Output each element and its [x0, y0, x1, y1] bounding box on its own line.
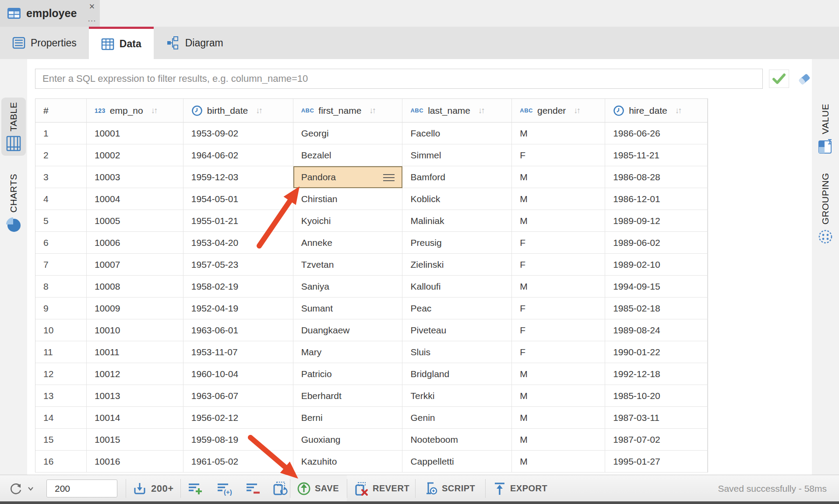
- column-header-hire_date[interactable]: hire_date↓↑: [605, 99, 708, 122]
- tab-overflow-icon[interactable]: …: [86, 15, 98, 24]
- data-cell[interactable]: M: [512, 385, 605, 407]
- script-button[interactable]: SCRIPT: [423, 475, 475, 502]
- row-number-cell[interactable]: 7: [35, 254, 87, 276]
- data-cell[interactable]: M: [512, 429, 605, 451]
- data-cell[interactable]: Piveteau: [402, 319, 512, 341]
- revert-button[interactable]: REVERT: [354, 475, 409, 502]
- data-cell[interactable]: Zielinski: [402, 254, 512, 276]
- data-cell[interactable]: 10016: [87, 451, 183, 472]
- apply-filter-button[interactable]: [769, 70, 789, 88]
- data-cell[interactable]: 10009: [87, 298, 183, 319]
- data-cell[interactable]: Chirstian: [293, 188, 403, 210]
- column-header-gender[interactable]: ABCgender↓↑: [512, 99, 605, 122]
- data-cell[interactable]: Georgi: [293, 122, 403, 144]
- refresh-button[interactable]: [9, 475, 34, 502]
- column-header-last_name[interactable]: ABClast_name↓↑: [402, 99, 512, 122]
- sort-toggle-icon[interactable]: ↓↑: [478, 106, 484, 116]
- data-cell[interactable]: Preusig: [402, 232, 512, 254]
- row-number-cell[interactable]: 11: [35, 341, 87, 363]
- data-cell[interactable]: 10003: [87, 166, 183, 188]
- data-cell[interactable]: Patricio: [293, 363, 403, 385]
- data-cell[interactable]: Kazuhito: [293, 451, 403, 472]
- data-cell[interactable]: 1957-05-23: [183, 254, 293, 276]
- data-cell[interactable]: 1954-05-01: [183, 188, 293, 210]
- row-number-cell[interactable]: 8: [35, 276, 87, 298]
- data-cell[interactable]: F: [512, 144, 605, 166]
- row-number-cell[interactable]: 16: [35, 451, 87, 472]
- duplicate-row-button[interactable]: (+): [216, 475, 234, 502]
- row-number-cell[interactable]: 12: [35, 363, 87, 385]
- sort-toggle-icon[interactable]: ↓↑: [256, 106, 261, 116]
- data-cell[interactable]: 1989-08-24: [605, 319, 708, 341]
- row-number-cell[interactable]: 9: [35, 298, 87, 319]
- data-cell[interactable]: 1960-10-04: [183, 363, 293, 385]
- data-cell[interactable]: 10015: [87, 429, 183, 451]
- data-cell[interactable]: 1986-12-01: [605, 188, 708, 210]
- data-cell[interactable]: 1986-08-28: [605, 166, 708, 188]
- data-cell[interactable]: 10010: [87, 319, 183, 341]
- data-cell[interactable]: F: [512, 341, 605, 363]
- row-number-cell[interactable]: 13: [35, 385, 87, 407]
- data-cell[interactable]: Bezalel: [293, 144, 403, 166]
- data-cell[interactable]: 1987-07-02: [605, 429, 708, 451]
- selected-edited-cell[interactable]: Pandora: [293, 166, 403, 188]
- column-header-birth_date[interactable]: birth_date↓↑: [183, 99, 293, 122]
- data-cell[interactable]: Maliniak: [402, 210, 512, 232]
- data-cell[interactable]: 10007: [87, 254, 183, 276]
- data-cell[interactable]: M: [512, 188, 605, 210]
- data-cell[interactable]: Eberhardt: [293, 385, 403, 407]
- data-cell[interactable]: F: [512, 298, 605, 319]
- data-cell[interactable]: 1985-11-21: [605, 144, 708, 166]
- data-cell[interactable]: 10004: [87, 188, 183, 210]
- data-cell[interactable]: Sluis: [402, 341, 512, 363]
- data-cell[interactable]: 10002: [87, 144, 183, 166]
- panel-tab-value[interactable]: VALUE: [813, 99, 838, 159]
- data-cell[interactable]: 1994-09-15: [605, 276, 708, 298]
- data-cell[interactable]: 1989-09-12: [605, 210, 708, 232]
- data-cell[interactable]: Duangkaew: [293, 319, 403, 341]
- data-cell[interactable]: 10013: [87, 385, 183, 407]
- data-cell[interactable]: Peac: [402, 298, 512, 319]
- data-cell[interactable]: Berni: [293, 407, 403, 429]
- fetch-size-input[interactable]: [46, 480, 117, 497]
- row-number-cell[interactable]: 3: [35, 166, 87, 188]
- delete-row-button[interactable]: [245, 475, 261, 502]
- column-header-first_name[interactable]: ABCfirst_name↓↑: [293, 99, 403, 122]
- data-cell[interactable]: 1985-02-18: [605, 298, 708, 319]
- data-cell[interactable]: Cappelletti: [402, 451, 512, 472]
- row-number-cell[interactable]: 14: [35, 407, 87, 429]
- data-cell[interactable]: Bamford: [402, 166, 512, 188]
- data-cell[interactable]: Tzvetan: [293, 254, 403, 276]
- data-cell[interactable]: 1989-02-10: [605, 254, 708, 276]
- data-cell[interactable]: 1963-06-01: [183, 319, 293, 341]
- data-cell[interactable]: 10012: [87, 363, 183, 385]
- column-header-emp_no[interactable]: 123emp_no↓↑: [87, 99, 183, 122]
- data-cell[interactable]: 1963-06-07: [183, 385, 293, 407]
- row-number-cell[interactable]: 1: [35, 122, 87, 144]
- data-cell[interactable]: Simmel: [402, 144, 512, 166]
- data-cell[interactable]: 1959-08-19: [183, 429, 293, 451]
- row-number-cell[interactable]: 5: [35, 210, 87, 232]
- data-cell[interactable]: 1955-01-21: [183, 210, 293, 232]
- data-cell[interactable]: F: [512, 319, 605, 341]
- data-cell[interactable]: 1953-11-07: [183, 341, 293, 363]
- sort-toggle-icon[interactable]: ↓↑: [369, 106, 375, 116]
- data-cell[interactable]: M: [512, 363, 605, 385]
- data-cell[interactable]: F: [512, 254, 605, 276]
- data-cell[interactable]: 1985-10-20: [605, 385, 708, 407]
- refresh-cell-button[interactable]: [272, 475, 288, 502]
- tab-data[interactable]: Data: [89, 27, 154, 59]
- close-icon[interactable]: ×: [86, 1, 98, 12]
- data-cell[interactable]: 10006: [87, 232, 183, 254]
- data-cell[interactable]: 1953-09-02: [183, 122, 293, 144]
- data-cell[interactable]: 1995-01-27: [605, 451, 708, 472]
- data-cell[interactable]: M: [512, 122, 605, 144]
- data-cell[interactable]: Kalloufi: [402, 276, 512, 298]
- data-cell[interactable]: Facello: [402, 122, 512, 144]
- data-cell[interactable]: F: [512, 232, 605, 254]
- add-row-button[interactable]: [187, 475, 203, 502]
- data-cell[interactable]: 1987-03-11: [605, 407, 708, 429]
- row-number-cell[interactable]: 10: [35, 319, 87, 341]
- data-cell[interactable]: M: [512, 210, 605, 232]
- export-button[interactable]: EXPORT: [493, 475, 547, 502]
